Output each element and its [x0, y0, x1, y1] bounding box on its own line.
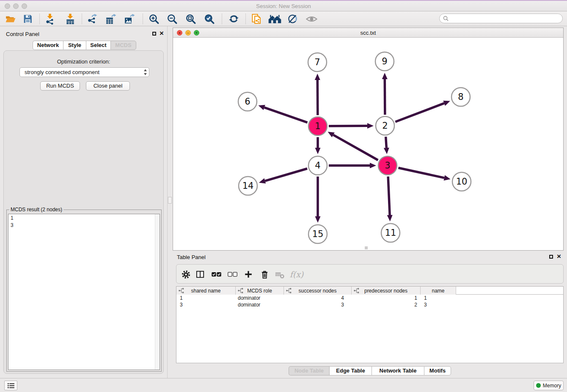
network-canvas[interactable]: 7968124314101511 [173, 38, 563, 250]
column-header-name[interactable]: name [421, 287, 456, 295]
show-column-panel-button[interactable] [194, 269, 206, 280]
column-header-mcds-role[interactable]: MCDS role [236, 287, 284, 295]
tab-network-table[interactable]: Network Table [372, 366, 424, 375]
cell-mcds-role[interactable]: dominator [236, 301, 284, 308]
table-row[interactable]: 1 dominator 4 1 1 [176, 295, 563, 301]
cell-shared-name[interactable]: 3 [176, 301, 236, 308]
splitter-grip[interactable] [168, 197, 172, 204]
cell-predecessor-nodes[interactable]: 2 [352, 301, 421, 308]
clone-network-button[interactable] [250, 13, 263, 25]
graph-edge-3-10[interactable] [398, 168, 444, 178]
graph-edge-2-8[interactable] [395, 103, 444, 122]
delete-column-button[interactable] [259, 269, 270, 280]
delete-table-icon [275, 270, 285, 279]
column-header-successor-nodes[interactable]: successor nodes [284, 287, 352, 295]
close-panel-button[interactable]: Close panel [86, 81, 130, 91]
task-history-button[interactable] [4, 381, 17, 390]
graph-edge-arrowhead [367, 123, 374, 129]
function-builder-button[interactable]: f(x) [288, 269, 305, 280]
graph-edge-3-11[interactable] [388, 177, 390, 215]
graph-edge-1-2[interactable] [329, 126, 367, 126]
graph[interactable]: 7968124314101511 [173, 38, 563, 250]
home-view-button[interactable] [267, 13, 282, 25]
cell-predecessor-nodes[interactable]: 1 [352, 295, 421, 301]
zoom-in-icon [149, 14, 160, 25]
create-column-button[interactable] [242, 269, 254, 280]
network-window-titlebar[interactable]: × − + scc.txt [173, 28, 563, 38]
table-row[interactable]: 3 dominator 3 2 3 [176, 301, 563, 308]
cell-mcds-role[interactable]: dominator [236, 295, 284, 301]
search-field[interactable] [439, 14, 563, 23]
zoom-selected-button[interactable] [203, 13, 216, 25]
tab-edge-table[interactable]: Edge Table [329, 366, 372, 375]
tab-motifs[interactable]: Motifs [424, 366, 451, 375]
attribute-type-icon [354, 288, 359, 295]
mcds-result-group: MCDS result (2 nodes) 1 3 [6, 207, 162, 372]
cell-successor-nodes[interactable]: 4 [284, 295, 352, 301]
list-icon [8, 383, 14, 389]
home-icon [268, 14, 282, 24]
search-input[interactable] [451, 16, 559, 22]
tab-mcds[interactable]: MCDS [110, 41, 136, 50]
tab-network[interactable]: Network [33, 41, 63, 50]
table-panel: Table Panel × [173, 252, 567, 378]
tab-node-table[interactable]: Node Table [289, 366, 329, 375]
mcds-result-textarea[interactable]: 1 3 [8, 214, 160, 370]
show-hide-button[interactable] [305, 13, 318, 25]
graph-node-label: 3 [385, 160, 390, 171]
memory-button[interactable]: Memory [534, 381, 564, 390]
run-mcds-button[interactable]: Run MCDS [40, 81, 80, 91]
apply-layout-button[interactable] [227, 13, 240, 25]
import-network-button[interactable] [44, 13, 56, 25]
panel-splitter[interactable] [167, 26, 173, 378]
graph-edge-2-9[interactable] [385, 79, 385, 115]
zoom-in-button[interactable] [148, 13, 160, 25]
graph-edge-arrowhead [259, 178, 266, 183]
app-titlebar: Session: New Session [0, 0, 567, 11]
graph-edge-2-3[interactable] [386, 137, 387, 148]
open-session-button[interactable] [4, 13, 17, 25]
export-network-button[interactable] [86, 13, 99, 25]
deselect-all-columns-button[interactable] [226, 269, 238, 280]
result-scrollbar[interactable] [155, 214, 160, 370]
graph-edge-3-1[interactable] [333, 135, 378, 160]
export-image-icon [124, 14, 135, 25]
main-toolbar [0, 11, 567, 26]
import-table-icon [65, 14, 76, 25]
cell-name[interactable]: 1 [421, 295, 456, 301]
tab-style[interactable]: Style [63, 41, 86, 50]
graph-edge-1-6[interactable] [264, 108, 308, 123]
optimization-criterion-dropdown[interactable]: strongly connected component [19, 67, 149, 77]
export-image-button[interactable] [123, 13, 136, 25]
table-panel-close-icon[interactable]: × [557, 254, 561, 259]
control-panel-float-icon[interactable] [152, 32, 156, 36]
zoom-out-button[interactable] [166, 13, 179, 25]
cell-successor-nodes[interactable]: 3 [284, 301, 352, 308]
save-session-button[interactable] [21, 13, 34, 25]
memory-label: Memory [543, 383, 561, 389]
control-panel-close-icon[interactable]: × [160, 31, 164, 36]
control-panel-tabs: NetworkStyleSelectMCDS [33, 41, 136, 50]
select-all-columns-button[interactable] [210, 269, 222, 280]
export-table-button[interactable] [105, 13, 117, 25]
control-panel-title: Control Panel [6, 31, 39, 37]
column-header-shared-name[interactable]: shared name [176, 287, 236, 295]
hide-annotations-button[interactable] [286, 13, 299, 25]
table-panel-float-icon[interactable] [549, 255, 553, 259]
table-settings-button[interactable] [180, 269, 192, 280]
import-table-button[interactable] [64, 13, 77, 25]
table-panel-title: Table Panel [177, 254, 206, 260]
column-header-predecessor-nodes[interactable]: predecessor nodes [352, 287, 421, 295]
graph-edge-1-7[interactable] [317, 80, 318, 115]
graph-edge-arrowhead [315, 216, 321, 223]
graph-node-label: 2 [382, 121, 388, 131]
result-value: 1 [11, 215, 157, 222]
delete-table-button[interactable] [274, 269, 286, 280]
cell-name[interactable]: 3 [421, 301, 456, 308]
zoom-fit-button[interactable] [184, 13, 197, 25]
graph-edge-4-14[interactable] [265, 168, 307, 181]
tab-select[interactable]: Select [86, 41, 110, 50]
graph-node-label: 10 [456, 177, 468, 187]
network-window: × − + scc.txt 7968124314101511 [173, 28, 564, 251]
cell-shared-name[interactable]: 1 [176, 295, 236, 301]
